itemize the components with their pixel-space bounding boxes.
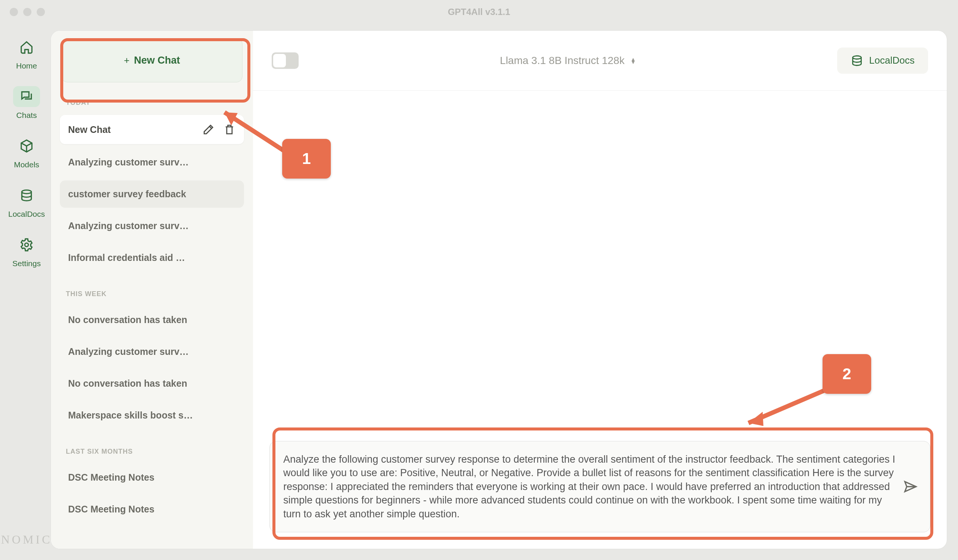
send-icon[interactable] xyxy=(903,479,918,494)
new-chat-label: New Chat xyxy=(134,55,180,66)
nav-localdocs-label: LocalDocs xyxy=(8,209,45,219)
message-input-text: Analyze the following customer survey re… xyxy=(283,454,895,520)
new-chat-button[interactable]: + New Chat xyxy=(61,38,243,82)
conversation-item[interactable]: DSC Meeting Notes xyxy=(60,496,244,523)
plus-icon: + xyxy=(124,55,130,66)
conversation-item[interactable]: DSC Meeting Notes xyxy=(60,464,244,491)
conversation-item[interactable]: No conversation has taken xyxy=(60,370,244,397)
conversation-item[interactable]: Analyzing customer surv… xyxy=(60,338,244,365)
models-icon xyxy=(19,139,34,153)
database-icon xyxy=(850,54,863,67)
conversation-title: Analyzing customer surv… xyxy=(68,157,189,168)
window-title: GPT4All v3.1.1 xyxy=(2,7,956,17)
nav-settings-label: Settings xyxy=(12,259,41,268)
conversation-item[interactable]: Analyzing customer surv… xyxy=(60,212,244,240)
edit-icon[interactable] xyxy=(202,123,215,136)
settings-icon xyxy=(19,238,34,252)
nav-chats-label: Chats xyxy=(16,111,37,120)
conversation-sidebar: + New Chat TODAYNew ChatAnalyzing custom… xyxy=(51,31,253,549)
conversation-item[interactable]: New Chat xyxy=(60,115,244,144)
localdocs-button[interactable]: LocalDocs xyxy=(837,48,928,74)
section-label: THIS WEEK xyxy=(51,274,253,304)
nomic-logo: NOMIC xyxy=(1,533,52,547)
conversation-title: Makerspace skills boost s… xyxy=(68,410,193,421)
nav-models-label: Models xyxy=(14,160,39,169)
nav-settings[interactable]: Settings xyxy=(2,234,51,268)
svg-point-2 xyxy=(852,56,861,59)
input-row: Analyze the following customer survey re… xyxy=(253,430,947,549)
chat-main: Llama 3.1 8B Instruct 128k ▲▼ LocalDocs … xyxy=(253,31,947,549)
nav-localdocs[interactable]: LocalDocs xyxy=(2,185,51,219)
section-label: LAST SIX MONTHS xyxy=(51,431,253,462)
conversation-item[interactable]: No conversation has taken xyxy=(60,306,244,333)
conversation-title: Analyzing customer surv… xyxy=(68,221,189,231)
main-panel: + New Chat TODAYNew ChatAnalyzing custom… xyxy=(51,31,947,549)
conversation-item[interactable]: customer survey feedback xyxy=(60,181,244,208)
home-icon xyxy=(19,40,34,54)
server-toggle[interactable] xyxy=(272,52,299,69)
localdocs-button-label: LocalDocs xyxy=(869,55,915,66)
message-input[interactable]: Analyze the following customer survey re… xyxy=(270,441,930,532)
conversation-title: Informal credentials aid … xyxy=(68,252,185,263)
conversation-item[interactable]: Analyzing customer surv… xyxy=(60,149,244,176)
titlebar: GPT4All v3.1.1 xyxy=(2,2,956,22)
chats-icon xyxy=(19,89,34,104)
svg-point-0 xyxy=(22,190,31,194)
nav-rail: Home Chats Models LocalDocs xyxy=(2,22,51,558)
localdocs-icon xyxy=(19,188,34,203)
conversation-title: No conversation has taken xyxy=(68,314,187,325)
conversation-title: customer survey feedback xyxy=(68,189,186,200)
conversation-item[interactable]: Informal credentials aid … xyxy=(60,244,244,271)
nav-models[interactable]: Models xyxy=(2,135,51,169)
nav-home-label: Home xyxy=(16,61,37,70)
conversation-actions xyxy=(202,123,236,136)
section-label: TODAY xyxy=(51,82,253,113)
delete-icon[interactable] xyxy=(223,123,236,136)
nav-chats[interactable]: Chats xyxy=(2,86,51,120)
chat-header: Llama 3.1 8B Instruct 128k ▲▼ LocalDocs xyxy=(253,31,947,90)
conversation-item[interactable]: Makerspace skills boost s… xyxy=(60,402,244,429)
model-name: Llama 3.1 8B Instruct 128k xyxy=(500,55,625,67)
app-window: GPT4All v3.1.1 Home Chats Models xyxy=(0,0,958,560)
conversation-title: New Chat xyxy=(68,124,111,135)
conversation-title: DSC Meeting Notes xyxy=(68,504,155,515)
conversation-title: DSC Meeting Notes xyxy=(68,472,155,483)
svg-point-1 xyxy=(25,243,29,247)
nav-home[interactable]: Home xyxy=(2,36,51,70)
toggle-knob xyxy=(273,54,286,67)
minimize-window-button[interactable] xyxy=(23,8,32,16)
close-window-button[interactable] xyxy=(10,8,18,16)
chevron-updown-icon: ▲▼ xyxy=(631,58,636,63)
maximize-window-button[interactable] xyxy=(36,8,45,16)
conversation-title: No conversation has taken xyxy=(68,378,187,389)
chat-body xyxy=(253,90,947,430)
model-picker[interactable]: Llama 3.1 8B Instruct 128k ▲▼ xyxy=(310,55,826,67)
conversation-title: Analyzing customer surv… xyxy=(68,346,189,357)
window-controls xyxy=(10,8,45,16)
